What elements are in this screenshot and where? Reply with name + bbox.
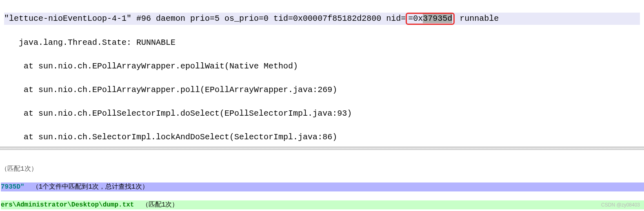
nid-selected: 37935d <box>423 14 452 23</box>
stack-line: at sun.nio.ch.SelectorImpl.lockAndDoSele… <box>4 131 640 143</box>
stack-line: at sun.nio.ch.EPollArrayWrapper.epollWai… <box>4 60 640 72</box>
thread-dump-view[interactable]: "lettuce-nioEventLoop-4-1" #96 daemon pr… <box>0 0 644 147</box>
file-path-row[interactable]: ers\Administrator\Desktop\dump.txt （匹配1次… <box>1 200 644 209</box>
pane-splitter[interactable] <box>0 147 644 150</box>
thread-header-line: "lettuce-nioEventLoop-4-1" #96 daemon pr… <box>4 13 640 25</box>
search-results-pane[interactable]: （匹配1次） 7935D" （1个文件中匹配到1次，总计查找1次） ers\Ad… <box>0 156 644 211</box>
spacer <box>0 150 644 156</box>
match-count-row: （匹配1次） <box>1 165 644 174</box>
stack-line: at sun.nio.ch.EPollArrayWrapper.poll(EPo… <box>4 84 640 96</box>
nid-highlight-box: =0x37935d <box>406 13 455 25</box>
stack-line: at sun.nio.ch.EPollSelectorImpl.doSelect… <box>4 108 640 119</box>
search-summary-row[interactable]: 7935D" （1个文件中匹配到1次，总计查找1次） <box>1 182 644 191</box>
stack-line: java.lang.Thread.State: RUNNABLE <box>4 37 640 48</box>
thread-header-text: "lettuce-nioEventLoop-4-1" #96 daemon pr… <box>4 14 406 23</box>
watermark: CSDN @zy08403 <box>601 202 640 208</box>
